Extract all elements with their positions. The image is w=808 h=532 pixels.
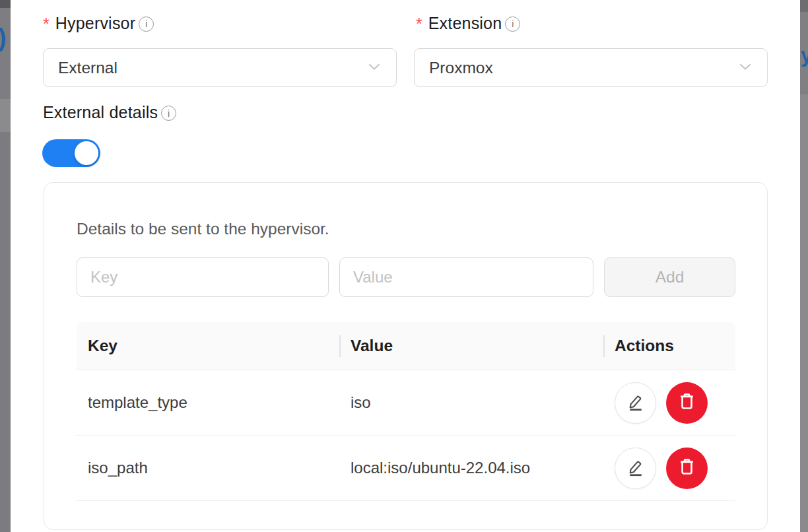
extension-select[interactable]: Proxmox [414,48,768,87]
delete-button[interactable] [666,448,708,489]
table-row: template_type iso [77,370,735,436]
background-text-fragment: ys [801,44,808,67]
table-row: iso_path local:iso/ubuntu-22.04.iso [77,436,735,501]
external-details-label-row: External details i [43,103,176,122]
background-segment [800,0,808,12]
row-actions-cell [603,448,735,489]
header-value: Value [339,322,603,370]
background-segment [0,99,11,132]
extension-label-row: * Extension i [416,13,520,34]
info-icon[interactable]: i [505,17,520,32]
external-details-panel: Details to be sent to the hypervisor. Ad… [44,182,768,530]
edit-button[interactable] [615,382,656,424]
background-segment [0,8,11,99]
key-value-controls: Add [77,257,735,297]
extension-label: Extension [428,14,502,33]
row-value-cell: local:iso/ubuntu-22.04.iso [339,459,603,477]
edit-button[interactable] [615,448,656,489]
extension-select-value: Proxmox [429,59,737,77]
header-actions: Actions [603,322,735,370]
value-input[interactable] [339,257,593,297]
trash-icon [677,457,697,479]
details-table: Key Value Actions template_type iso [77,322,735,501]
required-asterisk: * [43,15,50,34]
chevron-down-icon [366,58,383,78]
add-button[interactable]: Add [604,257,735,297]
key-input[interactable] [77,257,329,297]
hypervisor-label: Hypervisor [55,14,135,33]
panel-description: Details to be sent to the hypervisor. [77,220,329,238]
toggle-knob [75,141,98,165]
row-key-cell: template_type [77,393,339,412]
background-segment [0,0,11,8]
info-icon[interactable]: i [139,17,154,32]
pencil-icon [626,392,646,414]
hypervisor-label-row: * Hypervisor i [43,13,154,34]
hypervisor-select[interactable]: External [43,48,397,87]
external-details-label: External details [43,103,158,122]
trash-icon [677,391,697,414]
info-icon[interactable]: i [161,106,176,121]
row-value-cell: iso [339,393,603,412]
background-text-fragment: ) [0,24,7,52]
table-header-row: Key Value Actions [77,322,735,370]
required-asterisk: * [416,15,422,34]
external-details-toggle[interactable] [42,139,100,167]
background-segment [800,94,808,532]
header-key: Key [77,322,339,370]
modal-screen: ) ys * Hypervisor i External * Extension… [0,0,808,532]
delete-button[interactable] [666,382,708,424]
chevron-down-icon [737,58,754,78]
background-right-strip: ys [800,0,808,532]
background-segment [0,132,11,532]
row-key-cell: iso_path [77,459,339,477]
hypervisor-select-value: External [58,59,366,77]
background-left-strip: ) [0,0,11,532]
row-actions-cell [603,382,735,424]
pencil-icon [626,457,646,479]
